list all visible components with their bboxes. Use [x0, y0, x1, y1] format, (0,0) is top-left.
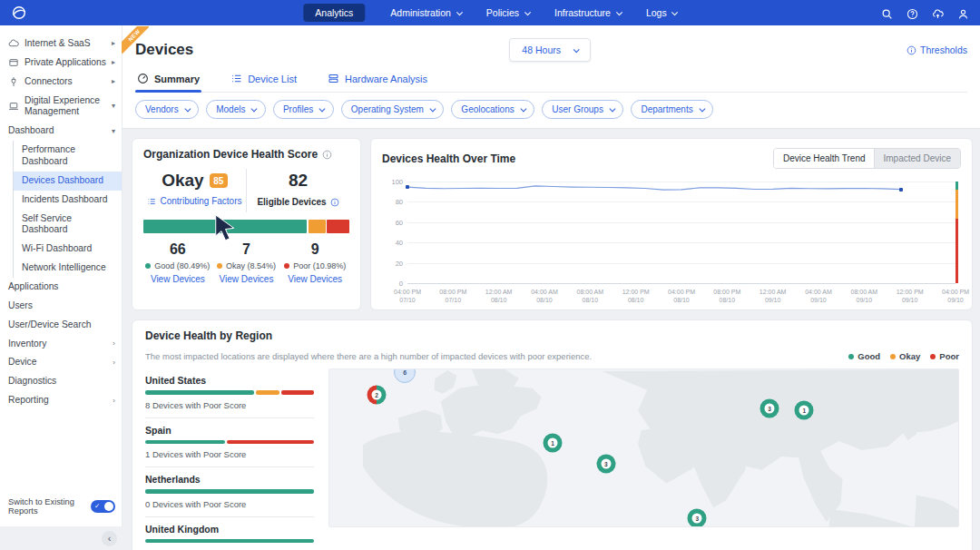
filter-user-groups[interactable]: User Groups [542, 100, 623, 119]
sidebar-item-internet-saas[interactable]: Internet & SaaS▸ [0, 34, 122, 54]
filter-label: Operating System [351, 104, 424, 114]
page-header: Devices 48 Hours Thresholds SummaryDevic… [122, 25, 980, 93]
sidebar-item-dashboard[interactable]: Dashboard▾ [0, 122, 122, 141]
x-axis-labels: 04:00 PM07/1008:00 PM07/1012:00 AM08/100… [407, 288, 956, 304]
gridline [407, 283, 956, 284]
map-device-marker[interactable]: 3 [688, 509, 707, 527]
filter-geolocations[interactable]: Geolocations [451, 100, 534, 119]
view-devices-link[interactable]: View Devices [143, 274, 212, 284]
sidebar-item-label: Inventory [8, 339, 46, 350]
x-tick-label: 04:00 PM08/10 [668, 288, 695, 305]
chevron-down-icon: ▾ [108, 127, 115, 136]
sidebar-item-applications[interactable]: Applications [0, 278, 122, 297]
country-caption: 1 Devices with Poor Score [145, 449, 314, 459]
tab-hardware-analysis[interactable]: Hardware Analysis [326, 73, 429, 92]
world-map: 6213313 [328, 368, 959, 527]
sidebar-item-label: Dashboard [8, 125, 54, 137]
chevron-down-icon [184, 106, 190, 112]
hardware-icon [328, 73, 339, 84]
sidebar-item-wi-fi-dashboard[interactable]: Wi-Fi Dashboard [13, 240, 122, 259]
marker-count: 3 [765, 404, 775, 414]
health-by-region-card: Device Health by Region The most impacte… [132, 319, 973, 550]
nav-item-infrastructure[interactable]: Infrastructure [554, 7, 621, 18]
info-icon[interactable] [322, 150, 332, 160]
bar-segment-good [143, 220, 307, 233]
chevron-right-icon: ▸ [108, 77, 115, 86]
legend-good: Good [848, 351, 880, 361]
filter-operating-system[interactable]: Operating System [341, 100, 445, 119]
filter-vendors[interactable]: Vendors [135, 100, 199, 119]
sidebar-item-performance-dashboard[interactable]: Performance Dashboard [13, 141, 122, 172]
tab-summary[interactable]: Summary [135, 73, 201, 92]
chevron-down-icon [671, 9, 678, 15]
country-health-bar [145, 440, 314, 445]
stat-poor: 9Poor (10.98%)View Devices [280, 241, 349, 284]
tab-device-list[interactable]: Device List [229, 73, 299, 92]
country-caption: 8 Devices with Poor Score [145, 400, 314, 410]
nav-item-logs[interactable]: Logs [646, 7, 677, 18]
chevron-down-icon [616, 9, 622, 15]
sidebar-item-network-intelligence[interactable]: Network Intelligence [13, 259, 122, 278]
sidebar-item-devices-dashboard[interactable]: Devices Dashboard [13, 172, 122, 191]
sidebar-item-label: Diagnostics [8, 376, 56, 388]
account-icon[interactable] [957, 7, 969, 19]
sidebar-item-self-service-dashboard[interactable]: Self Service Dashboard [13, 210, 122, 241]
chevron-down-icon [610, 106, 615, 112]
health-distribution-bar [143, 220, 349, 233]
view-devices-link[interactable]: View Devices [280, 274, 349, 284]
health-over-time-card: Devices Health Over Time Device Health T… [370, 138, 973, 310]
thresholds-link[interactable]: Thresholds [906, 44, 967, 55]
sidebar-item-label: Private Applications [24, 57, 106, 69]
chevron-down-icon: ▾ [108, 102, 115, 111]
contributing-factors-link[interactable]: Contributing Factors [143, 196, 246, 206]
map-device-marker[interactable]: 1 [544, 434, 563, 453]
chevron-right-icon: › [109, 358, 115, 368]
nav-item-policies[interactable]: Policies [486, 7, 529, 18]
sidebar-item-inventory[interactable]: Inventory› [0, 335, 122, 354]
sidebar-item-reporting[interactable]: Reporting› [0, 391, 122, 410]
line-endpoint-dot [899, 188, 903, 192]
sidebar-item-connectors[interactable]: Connectors▸ [0, 73, 122, 92]
map-device-marker[interactable]: 3 [760, 399, 779, 418]
switch-existing-reports-toggle[interactable] [91, 500, 115, 513]
sidebar-item-diagnostics[interactable]: Diagnostics [0, 372, 122, 391]
bar-segment-okay [256, 390, 279, 395]
bar-segment-good [145, 489, 314, 494]
map-device-marker[interactable]: 2 [367, 385, 386, 404]
map-device-marker[interactable]: 1 [795, 400, 814, 419]
sidebar-item-incidents-dashboard[interactable]: Incidents Dashboard [13, 191, 122, 210]
stat-count: 66 [143, 241, 212, 258]
toggle-device-health-trend[interactable]: Device Health Trend [774, 149, 875, 168]
search-icon[interactable] [881, 7, 893, 19]
sidebar-item-label: Users [8, 300, 33, 312]
toggle-impacted-device[interactable]: Impacted Device [875, 149, 960, 168]
sidebar-collapse-button[interactable]: ‹ [102, 531, 117, 546]
sidebar-item-label: Digital Experience Management [24, 95, 108, 119]
bar-segment-okay [309, 220, 326, 233]
sidebar-item-users[interactable]: Users [0, 297, 122, 316]
view-devices-link[interactable]: View Devices [212, 274, 281, 284]
info-icon[interactable] [330, 198, 339, 207]
nav-item-administration[interactable]: Administration [390, 7, 461, 18]
filter-departments[interactable]: Departments [631, 100, 713, 119]
region-legend: GoodOkayPoor [848, 351, 959, 361]
cloud-upload-icon[interactable] [932, 7, 944, 19]
filter-label: Geolocations [461, 104, 514, 114]
time-range-dropdown[interactable]: 48 Hours [509, 38, 591, 62]
country-spain: Spain1 Devices with Poor Score [145, 418, 314, 468]
filter-models[interactable]: Models [206, 100, 266, 119]
nav-item-label: Logs [646, 7, 667, 18]
sidebar-item-digital-experience-management[interactable]: Digital Experience Management▾ [0, 92, 122, 123]
health-over-time-title: Devices Health Over Time [382, 152, 515, 165]
legend-okay: Okay [890, 351, 920, 361]
chevron-down-icon [251, 106, 257, 112]
help-icon[interactable] [906, 7, 918, 19]
sidebar-item-private-applications[interactable]: Private Applications▸ [0, 54, 122, 73]
sidebar-item-user-device-search[interactable]: User/Device Search [0, 316, 122, 335]
nav-item-analytics[interactable]: Analytics [303, 4, 365, 22]
filter-profiles[interactable]: Profiles [273, 100, 334, 119]
region-card-title: Device Health by Region [145, 329, 272, 342]
y-tick-label: 100 [391, 178, 403, 186]
sidebar-item-device[interactable]: Device› [0, 353, 122, 372]
map-device-marker[interactable]: 3 [596, 454, 615, 473]
